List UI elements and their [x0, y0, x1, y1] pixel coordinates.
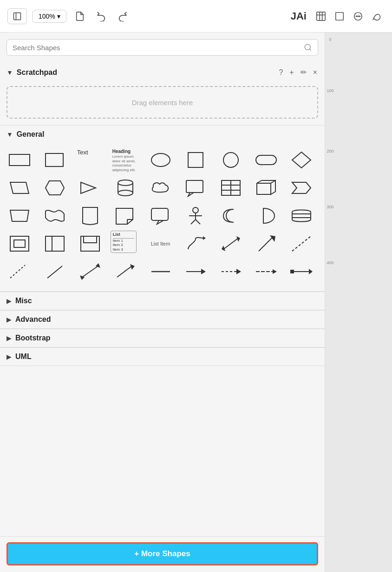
undo-button[interactable]: [93, 8, 109, 24]
shape-wave[interactable]: [40, 203, 70, 229]
shape-list-item[interactable]: List Item: [146, 231, 176, 257]
shape-cloud[interactable]: [146, 175, 176, 201]
svg-rect-27: [186, 180, 203, 193]
shape-ellipse[interactable]: [146, 147, 176, 173]
svg-marker-20: [10, 182, 29, 193]
redo-button[interactable]: [115, 8, 131, 24]
svg-line-68: [117, 266, 132, 277]
sidebar-toggle-button[interactable]: [7, 8, 27, 24]
shape-line[interactable]: [40, 259, 70, 285]
misc-chevron: ▶: [7, 297, 12, 305]
shape-crescent-left[interactable]: [216, 203, 246, 229]
shape-connector-square[interactable]: [287, 259, 316, 285]
misc-section: ▶ Misc: [0, 292, 325, 310]
shape-dashed-arrow-right[interactable]: [216, 259, 246, 285]
list-item-label: List Item: [151, 241, 170, 246]
svg-point-26: [118, 190, 133, 196]
shape-arrow-up-right[interactable]: [251, 231, 281, 257]
shape-d-right[interactable]: [251, 203, 281, 229]
shape-list[interactable]: List Item 1 Item 2 Item 3: [111, 231, 137, 253]
shape-3d-box[interactable]: [251, 175, 281, 201]
svg-rect-13: [9, 154, 30, 166]
shape-cylinder[interactable]: [111, 175, 140, 201]
scratchpad-drop-zone[interactable]: Drag elements here: [7, 86, 318, 119]
shape-inner-box[interactable]: [5, 231, 34, 257]
shape-rectangle[interactable]: [40, 147, 70, 173]
zoom-dropdown[interactable]: 100% ▾: [33, 10, 66, 23]
shape-dashed-line[interactable]: [287, 231, 316, 257]
zoom-level: 100%: [39, 13, 55, 20]
svg-rect-53: [46, 236, 52, 251]
bootstrap-chevron: ▶: [7, 334, 12, 342]
shape-double-arrow[interactable]: [75, 259, 105, 285]
shape-dashed-short[interactable]: [5, 259, 34, 285]
shape-rectangle-wide[interactable]: [5, 147, 34, 173]
zoom-chevron: ▾: [57, 13, 60, 20]
search-input-wrap[interactable]: [7, 39, 318, 56]
shape-tape[interactable]: [287, 203, 316, 229]
new-page-button[interactable]: [72, 8, 88, 24]
shape-document[interactable]: [75, 203, 105, 229]
select-tool-button[interactable]: [313, 8, 329, 24]
shape-text[interactable]: Text: [75, 147, 105, 173]
shape-open-box[interactable]: [75, 231, 105, 257]
uml-section-header[interactable]: ▶ UML: [0, 348, 325, 366]
shape-heading-text[interactable]: Heading Lorem ipsum dolor sit amet, cons…: [111, 147, 140, 173]
frame-tool-button[interactable]: [332, 8, 347, 24]
svg-marker-21: [46, 181, 64, 195]
svg-line-12: [309, 49, 311, 50]
scratchpad-help-button[interactable]: ?: [278, 67, 284, 78]
svg-point-17: [223, 153, 238, 167]
shape-long-dashed-arrow[interactable]: [251, 259, 281, 285]
uml-title: UML: [15, 353, 318, 361]
shape-double-arrow-diagonal[interactable]: [216, 231, 246, 257]
shape-striped-box[interactable]: [40, 231, 70, 257]
svg-marker-38: [10, 210, 29, 221]
advanced-section-header[interactable]: ▶ Advanced: [0, 311, 325, 328]
divider-6: [0, 366, 325, 366]
shape-hexagon[interactable]: [40, 175, 70, 201]
scratchpad-close-button[interactable]: ×: [312, 67, 318, 78]
shapes-grid: Text Heading Lorem ipsum dolor sit amet,…: [0, 143, 325, 291]
bootstrap-section-header[interactable]: ▶ Bootstrap: [0, 329, 325, 347]
misc-section-header[interactable]: ▶ Misc: [0, 292, 325, 310]
shape-square[interactable]: [181, 147, 210, 173]
scratchpad-section-header[interactable]: ▼ Scratchpad ? + ✏ ×: [0, 62, 325, 82]
shape-chevron[interactable]: [287, 175, 316, 201]
ruler-mark-300: 300: [327, 205, 334, 209]
comment-tool-button[interactable]: [350, 8, 366, 24]
svg-point-43: [193, 207, 198, 213]
general-chevron: ▼: [7, 131, 13, 138]
svg-rect-78: [290, 270, 294, 273]
svg-marker-19: [292, 152, 311, 168]
uml-section: ▶ UML: [0, 347, 325, 366]
shape-callout[interactable]: [181, 175, 210, 201]
shape-actor[interactable]: [181, 203, 210, 229]
search-bar: [0, 33, 325, 62]
advanced-section: ▶ Advanced: [0, 310, 325, 328]
toolbar: 100% ▾ JAi: [0, 0, 392, 33]
shape-arrow-right[interactable]: [75, 175, 105, 201]
more-shapes-button[interactable]: + More Shapes: [7, 542, 318, 565]
shape-arrow-line[interactable]: [111, 259, 140, 285]
shape-trapezoid[interactable]: [5, 203, 34, 229]
shape-horizontal-line[interactable]: [146, 259, 176, 285]
shape-rounded-rect[interactable]: [251, 147, 281, 173]
shape-note[interactable]: [111, 203, 140, 229]
scratchpad-add-button[interactable]: +: [288, 67, 294, 78]
scratchpad-edit-button[interactable]: ✏: [300, 67, 307, 78]
svg-line-46: [191, 219, 196, 224]
general-section-header[interactable]: ▼ General: [0, 126, 325, 143]
shape-speech-bubble[interactable]: [146, 203, 176, 229]
shape-s-curve[interactable]: [181, 231, 210, 257]
svg-rect-0: [14, 13, 21, 20]
shape-diamond[interactable]: [287, 147, 316, 173]
svg-rect-41: [151, 208, 168, 220]
shape-simple-arrow-right[interactable]: [181, 259, 210, 285]
shape-circle[interactable]: [216, 147, 246, 173]
shape-table[interactable]: [216, 175, 246, 201]
draw-tool-button[interactable]: [369, 8, 385, 24]
shape-parallelogram[interactable]: [5, 175, 34, 201]
ruler-mark-0: 0: [327, 37, 334, 42]
search-input[interactable]: [13, 44, 304, 52]
